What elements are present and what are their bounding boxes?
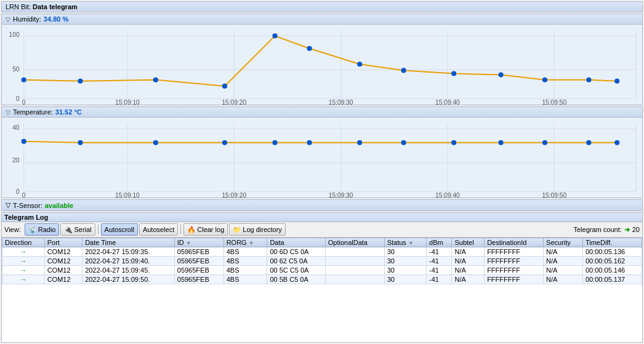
autoscroll-button[interactable]: Autoscroll — [101, 223, 138, 236]
svg-point-23 — [272, 33, 277, 38]
table-header-row: Direction Port Date Time ID ▼ RORG ▼ Dat… — [2, 238, 642, 247]
telegram-log: Telegram Log View: 📡 Radio 🔌 Serial Auto… — [1, 212, 643, 343]
col-direction: Direction — [2, 238, 45, 247]
humidity-value: 34.80 % — [44, 15, 68, 23]
table-row[interactable]: →COM122022-04-27 15:09:45.05965FEB4BS00 … — [2, 266, 642, 275]
svg-text:15:09:10: 15:09:10 — [115, 193, 140, 198]
svg-text:15:09:40: 15:09:40 — [435, 100, 460, 105]
tsensor-value: available — [45, 202, 73, 209]
serial-icon: 🔌 — [64, 226, 73, 234]
log-directory-button[interactable]: 📁 Log directory — [229, 223, 286, 236]
svg-point-26 — [401, 68, 406, 73]
temperature-label: Temperature: — [13, 108, 53, 116]
svg-text:0: 0 — [16, 188, 20, 195]
serial-button[interactable]: 🔌 Serial — [60, 223, 95, 236]
svg-point-54 — [222, 140, 227, 145]
svg-point-28 — [499, 72, 504, 77]
table-row[interactable]: →COM122022-04-27 15:09:40.05965FEB4BS00 … — [2, 257, 642, 266]
svg-point-51 — [22, 139, 26, 144]
telegram-count-value: 20 — [632, 226, 640, 233]
svg-point-21 — [153, 78, 158, 82]
lrn-section: LRN Bit: Data telegram — [1, 1, 643, 12]
col-optionaldata: OptionalData — [325, 238, 384, 247]
tsensor-section: ▽ T-Sensor: available — [1, 199, 643, 211]
lrn-value: Data telegram — [33, 3, 78, 10]
log-dir-icon: 📁 — [233, 226, 241, 234]
table-row[interactable]: →COM122022-04-27 15:09:50.05965FEB4BS00 … — [2, 275, 642, 284]
col-subtel: Subtel — [452, 238, 485, 247]
svg-text:0: 0 — [22, 193, 26, 198]
radio-icon: 📡 — [28, 226, 37, 234]
log-table: Direction Port Date Time ID ▼ RORG ▼ Dat… — [2, 238, 642, 284]
col-timediff: TimeDiff. — [582, 238, 642, 247]
clear-log-button[interactable]: 🔥 Clear log — [183, 223, 228, 236]
log-table-body: →COM122022-04-27 15:09:35.05965FEB4BS00 … — [2, 247, 642, 284]
temperature-value: 31.52 °C — [55, 108, 82, 116]
svg-text:15:09:40: 15:09:40 — [435, 193, 460, 198]
temperature-chevron[interactable]: ▽ — [6, 109, 10, 116]
col-rorg: RORG ▼ — [223, 238, 267, 247]
svg-point-31 — [614, 79, 619, 84]
radio-button[interactable]: 📡 Radio — [25, 223, 60, 236]
humidity-chart: 100 50 0 0 15:09:10 15:09:20 15:09: — [2, 25, 642, 105]
svg-point-27 — [451, 71, 456, 76]
svg-text:0: 0 — [22, 100, 26, 105]
clear-log-label: Clear log — [197, 226, 224, 233]
svg-point-58 — [401, 140, 406, 145]
svg-text:50: 50 — [12, 66, 20, 73]
svg-text:100: 100 — [9, 31, 20, 38]
humidity-header: ▽ Humidity: 34.80 % — [2, 14, 642, 25]
tsensor-label: T-Sensor: — [13, 202, 42, 209]
svg-point-53 — [153, 140, 158, 145]
svg-point-29 — [542, 78, 547, 82]
svg-point-62 — [586, 140, 591, 145]
temperature-section: ▽ Temperature: 31.52 °C 40 20 0 — [1, 106, 643, 198]
svg-text:15:09:50: 15:09:50 — [542, 193, 566, 198]
radio-label: Radio — [38, 226, 56, 233]
svg-text:0: 0 — [16, 95, 20, 102]
table-row[interactable]: →COM122022-04-27 15:09:35.05965FEB4BS00 … — [2, 247, 642, 257]
svg-point-59 — [451, 140, 456, 145]
svg-text:15:09:30: 15:09:30 — [329, 193, 353, 198]
tsensor-chevron[interactable]: ▽ — [6, 201, 10, 209]
view-label: View: — [4, 226, 21, 233]
temperature-svg: 40 20 0 0 15:09:10 15:09:20 15:09:3 — [2, 118, 642, 198]
log-table-wrap[interactable]: Direction Port Date Time ID ▼ RORG ▼ Dat… — [2, 238, 642, 342]
temperature-chart: 40 20 0 0 15:09:10 15:09:20 15:09:3 — [2, 118, 642, 198]
col-port: Port — [44, 238, 82, 247]
col-dbm: dBm — [427, 238, 452, 247]
col-status: Status ▼ — [384, 238, 426, 247]
serial-label: Serial — [74, 226, 91, 233]
svg-point-61 — [542, 140, 547, 145]
log-dir-label: Log directory — [243, 226, 282, 233]
col-datetime: Date Time — [83, 238, 175, 247]
svg-point-22 — [222, 84, 227, 89]
svg-point-55 — [272, 140, 277, 145]
col-security: Security — [544, 238, 583, 247]
svg-text:15:09:20: 15:09:20 — [222, 100, 246, 105]
svg-point-30 — [586, 78, 591, 82]
telegram-count-label: Telegram count: — [573, 226, 621, 233]
telegram-count-arrow: ➔ — [624, 226, 630, 234]
svg-point-25 — [357, 62, 362, 66]
toolbar-separator-2 — [180, 225, 181, 234]
humidity-label: Humidity: — [13, 15, 41, 23]
humidity-chevron[interactable]: ▽ — [6, 16, 10, 23]
autoselect-label: Autoselect — [143, 226, 174, 233]
svg-point-63 — [614, 140, 619, 145]
svg-point-56 — [307, 140, 312, 145]
svg-point-52 — [78, 140, 83, 145]
clear-log-icon: 🔥 — [187, 226, 196, 234]
svg-text:15:09:10: 15:09:10 — [115, 100, 140, 105]
log-toolbar: View: 📡 Radio 🔌 Serial Autoscroll Autose… — [2, 222, 642, 238]
svg-point-19 — [22, 78, 26, 82]
telegram-count-area: Telegram count: ➔ 20 — [573, 226, 640, 234]
svg-text:15:09:20: 15:09:20 — [222, 193, 246, 198]
col-data: Data — [267, 238, 325, 247]
svg-point-57 — [357, 140, 362, 145]
svg-text:40: 40 — [12, 124, 20, 131]
autoselect-button[interactable]: Autoselect — [139, 223, 178, 236]
lrn-label: LRN Bit: — [6, 3, 31, 10]
toolbar-separator-1 — [98, 225, 99, 234]
svg-text:15:09:30: 15:09:30 — [329, 100, 353, 105]
